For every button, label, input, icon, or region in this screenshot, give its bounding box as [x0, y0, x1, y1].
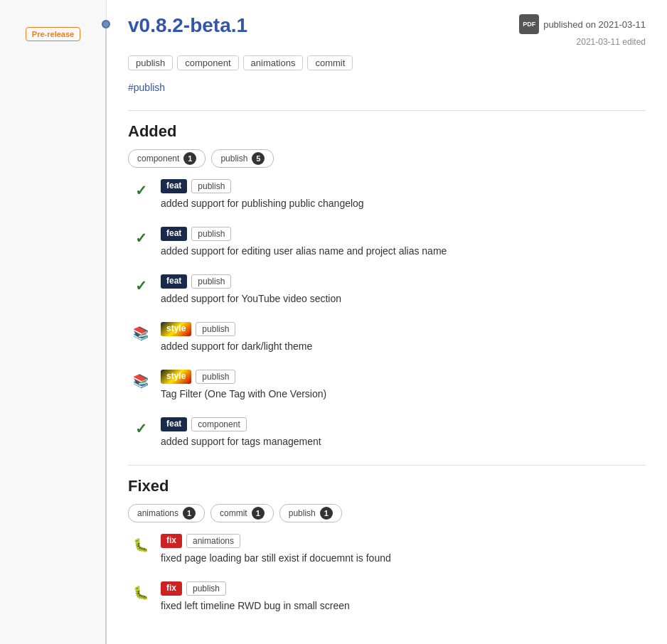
commit-text: fixed left timeline RWD bug in small scr… — [161, 599, 646, 613]
commit-text: added support for dark/light theme — [161, 339, 646, 354]
commit-label-publish: publish — [186, 581, 226, 596]
added-divider — [128, 110, 646, 111]
commit-label-feat: feat — [161, 417, 187, 431]
commit-label-publish: publish — [191, 179, 231, 193]
section-tag-count: 1 — [183, 152, 196, 165]
header-tags-row: publishcomponentanimationscommit — [128, 55, 646, 70]
commit-item: 🐛fixanimationsfixed page loading bar sti… — [128, 534, 646, 566]
commit-icon: ✓ — [131, 181, 151, 200]
timeline-dot — [102, 20, 110, 28]
timeline-line — [105, 28, 107, 644]
commit-label-feat: feat — [161, 179, 187, 193]
fixed-divider — [128, 465, 646, 466]
commit-label-fix: fix — [161, 534, 182, 548]
main-content: v0.8.2-beta.1 PDF published on 2021-03-1… — [107, 0, 667, 644]
fixed-section-title: Fixed — [128, 477, 646, 495]
commit-label-publish: publish — [196, 322, 235, 336]
commit-body: featpublishadded support for YouTube vid… — [161, 274, 646, 306]
commit-body: fixanimationsfixed page loading bar stil… — [161, 534, 646, 566]
commit-body: fixpublishfixed left timeline RWD bug in… — [161, 581, 646, 613]
commit-labels: fixanimations — [161, 534, 646, 548]
commit-labels: fixpublish — [161, 581, 646, 596]
commit-icon: ✓ — [131, 228, 151, 248]
commit-label-component: component — [191, 417, 246, 431]
commit-icon: 🐛 — [131, 535, 151, 555]
pdf-area: PDF published on 2021-03-11 2021-03-11 e… — [519, 14, 646, 47]
pdf-icon[interactable]: PDF — [519, 14, 539, 34]
section-tag[interactable]: animations 1 — [128, 504, 205, 522]
commit-labels: stylepublish — [161, 370, 646, 384]
commit-icon: 🐛 — [131, 583, 151, 603]
pre-release-badge[interactable]: Pre-release — [26, 27, 80, 41]
pdf-icon-row: PDF published on 2021-03-11 — [519, 14, 646, 34]
commit-item: 🐛fixpublishfixed left timeline RWD bug i… — [128, 581, 646, 613]
commit-icon: 📚 — [131, 371, 151, 391]
commit-item: ✓featpublishadded support for editing us… — [128, 227, 646, 259]
commit-label-publish: publish — [196, 370, 235, 384]
version-header: v0.8.2-beta.1 PDF published on 2021-03-1… — [128, 14, 646, 47]
added-items-list: ✓featpublishadded support for publishing… — [128, 179, 646, 449]
section-tag[interactable]: component 1 — [128, 149, 206, 168]
edited-text: 2021-03-11 edited — [577, 37, 646, 47]
hash-link[interactable]: #publish — [128, 82, 165, 93]
header-tag[interactable]: animations — [243, 55, 304, 70]
commit-text: added support for publishing public chan… — [161, 196, 646, 211]
published-text: published on 2021-03-11 — [543, 19, 646, 30]
added-section-tags: component 1publish 5 — [128, 149, 646, 168]
header-tag[interactable]: component — [177, 55, 238, 70]
section-tag-count: 5 — [252, 152, 265, 165]
commit-item: ✓featcomponentadded support for tags man… — [128, 417, 646, 449]
section-tag[interactable]: publish 1 — [279, 504, 342, 522]
fixed-items-list: 🐛fixanimationsfixed page loading bar sti… — [128, 534, 646, 613]
commit-label-publish: publish — [191, 274, 231, 289]
commit-body: stylepublishadded support for dark/light… — [161, 322, 646, 354]
pdf-label: PDF — [523, 21, 535, 28]
commit-item: ✓featpublishadded support for publishing… — [128, 179, 646, 211]
commit-labels: featpublish — [161, 274, 646, 289]
commit-item: 📚stylepublishTag Filter (One Tag with On… — [128, 370, 646, 402]
commit-item: 📚stylepublishadded support for dark/ligh… — [128, 322, 646, 354]
fixed-section-tags: animations 1commit 1publish 1 — [128, 504, 646, 522]
page-wrapper: Pre-release v0.8.2-beta.1 PDF published … — [0, 0, 667, 644]
commit-labels: featpublish — [161, 179, 646, 193]
commit-body: featcomponentadded support for tags mana… — [161, 417, 646, 449]
section-tag-count: 1 — [320, 507, 333, 520]
section-tag-count: 1 — [252, 507, 265, 520]
commit-icon: ✓ — [131, 276, 151, 296]
commit-label-fix: fix — [161, 581, 182, 596]
commit-labels: stylepublish — [161, 322, 646, 336]
commit-labels: featcomponent — [161, 417, 646, 431]
commit-text: Tag Filter (One Tag with One Version) — [161, 387, 646, 402]
commit-icon: ✓ — [131, 419, 151, 439]
header-tag[interactable]: commit — [307, 55, 353, 70]
commit-label-feat: feat — [161, 227, 187, 241]
commit-item: ✓featpublishadded support for YouTube vi… — [128, 274, 646, 306]
commit-icon: 📚 — [131, 323, 151, 343]
commit-label-feat: feat — [161, 274, 187, 289]
commit-text: added support for tags management — [161, 434, 646, 449]
sidebar: Pre-release — [0, 0, 107, 644]
commit-text: added support for editing user alias nam… — [161, 244, 646, 259]
commit-body: featpublishadded support for publishing … — [161, 179, 646, 211]
commit-label-publish: publish — [191, 227, 231, 241]
version-title: v0.8.2-beta.1 — [128, 14, 247, 37]
section-tag[interactable]: commit 1 — [210, 504, 274, 522]
section-tag[interactable]: publish 5 — [211, 149, 274, 168]
commit-text: added support for YouTube video section — [161, 291, 646, 306]
header-tag[interactable]: publish — [128, 55, 173, 70]
commit-label-animations: animations — [186, 534, 240, 548]
commit-body: stylepublishTag Filter (One Tag with One… — [161, 370, 646, 402]
commit-text: fixed page loading bar still exist if do… — [161, 551, 646, 566]
commit-label-style: style — [161, 370, 191, 384]
commit-label-style: style — [161, 322, 191, 336]
added-section-title: Added — [128, 122, 646, 141]
commit-body: featpublishadded support for editing use… — [161, 227, 646, 259]
section-tag-count: 1 — [183, 507, 196, 520]
commit-labels: featpublish — [161, 227, 646, 241]
